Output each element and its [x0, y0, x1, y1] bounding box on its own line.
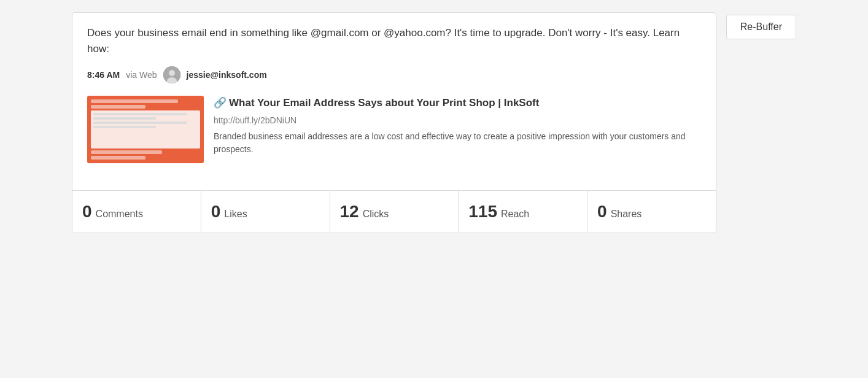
stat-item-shares: 0Shares [587, 191, 716, 233]
thumb-bar-1 [91, 99, 178, 103]
stats-bar: 0Comments0Likes12Clicks115Reach0Shares [72, 190, 716, 233]
stat-label-3: Reach [501, 209, 529, 220]
post-card: Does your business email end in somethin… [72, 12, 716, 233]
stat-number-0: 0 [82, 202, 92, 222]
stat-label-4: Shares [611, 209, 642, 220]
stat-number-1: 0 [211, 202, 221, 222]
link-preview: 🔗What Your Email Address Says about Your… [87, 96, 701, 163]
stat-label-2: Clicks [363, 209, 389, 220]
svg-point-1 [169, 70, 175, 76]
thumb-panel [91, 110, 200, 148]
thumb-line-1 [93, 113, 187, 115]
link-content: 🔗What Your Email Address Says about Your… [214, 96, 701, 163]
stat-item-clicks: 12Clicks [330, 191, 459, 233]
thumb-line-2 [93, 117, 156, 120]
thumb-bar-2 [91, 105, 145, 109]
thumb-bar-4 [91, 156, 145, 160]
stat-item-likes: 0Likes [201, 191, 330, 233]
link-title: 🔗What Your Email Address Says about Your… [214, 96, 701, 110]
stat-item-reach: 115Reach [459, 191, 587, 233]
stat-label-1: Likes [224, 209, 247, 220]
avatar [163, 66, 180, 83]
post-text: Does your business email end in somethin… [87, 25, 701, 56]
post-time: 8:46 AM [87, 70, 120, 80]
stat-number-4: 0 [597, 202, 607, 222]
avatar-image [163, 66, 180, 83]
rebuffer-button[interactable]: Re-Buffer [726, 15, 796, 39]
page-wrapper: Does your business email end in somethin… [72, 12, 796, 233]
link-icon: 🔗 [214, 97, 227, 109]
post-via: via Web [126, 70, 157, 80]
link-thumbnail [87, 96, 204, 163]
stat-item-comments: 0Comments [72, 191, 201, 233]
post-author: jessie@inksoft.com [187, 70, 267, 80]
link-description: Branded business email addresses are a l… [214, 130, 701, 156]
post-meta: 8:46 AM via Web jessie@inksoft.com [87, 66, 701, 83]
card-body: Does your business email end in somethin… [72, 13, 716, 190]
stat-label-0: Comments [96, 209, 143, 220]
thumb-bar-3 [91, 150, 162, 154]
thumb-line-3 [93, 122, 187, 124]
stat-number-3: 115 [468, 202, 497, 222]
thumb-line-4 [93, 126, 156, 128]
link-url: http://buff.ly/2bDNiUN [214, 115, 701, 125]
stat-number-2: 12 [340, 202, 359, 222]
